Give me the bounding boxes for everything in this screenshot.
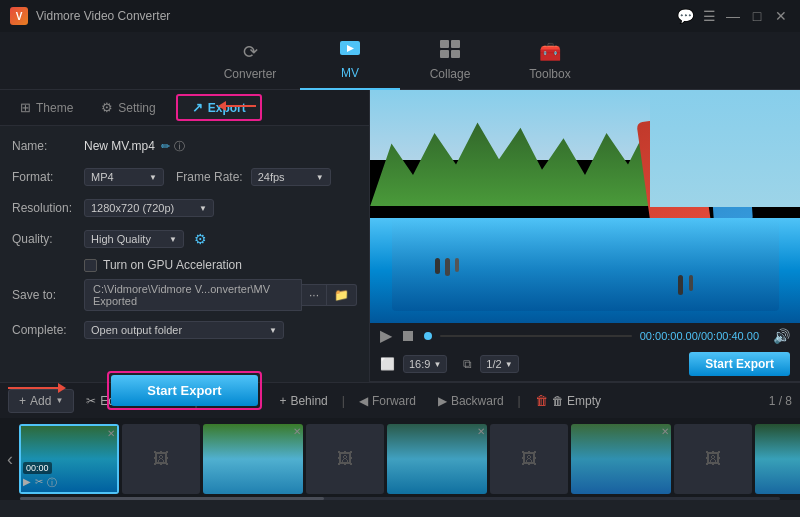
film-clip-2[interactable]: ✕ (203, 424, 303, 494)
titlebar-controls: 💬 ☰ — □ ✕ (676, 7, 790, 25)
form-area: Name: New MV.mp4 ✏ ⓘ Format: MP4 ▼ Frame… (0, 126, 369, 357)
titlebar-left: V Vidmore Video Converter (10, 7, 170, 25)
film-clip-4[interactable]: ✕ (571, 424, 671, 494)
save-path-value: C:\Vidmore\Vidmore V...onverter\MV Expor… (84, 279, 302, 311)
titlebar: V Vidmore Video Converter 💬 ☰ — □ ✕ (0, 0, 800, 32)
start-export-button[interactable]: Start Export (111, 375, 257, 406)
quality-select[interactable]: High Quality ▼ (84, 230, 184, 248)
quality-settings-icon[interactable]: ⚙ (194, 231, 207, 247)
zoom-select[interactable]: 1/2 ▼ (480, 355, 518, 373)
name-value: New MV.mp4 (84, 139, 155, 153)
format-row: Format: MP4 ▼ Frame Rate: 24fps ▼ (12, 165, 357, 189)
film-clip-3[interactable]: ✕ (387, 424, 487, 494)
right-panel: ▶ ⏹ 00:00:00.00/00:00:40.00 🔊 ⬜ 16:9 ▼ ⧉… (370, 90, 800, 382)
clip-close-icon-3[interactable]: ✕ (477, 426, 485, 437)
menu-button[interactable]: ☰ (700, 7, 718, 25)
sky-right (650, 90, 801, 207)
converter-icon: ⟳ (243, 41, 258, 63)
playback-row2: ⬜ 16:9 ▼ ⧉ 1/2 ▼ Start Export (370, 349, 800, 382)
filmstrip-scrollbar[interactable] (20, 497, 780, 500)
filmstrip-prev[interactable]: ‹ (4, 449, 16, 470)
toolbar-divider3: | (518, 394, 521, 408)
clip-close-icon-4[interactable]: ✕ (661, 426, 669, 437)
quality-chevron-icon: ▼ (169, 235, 177, 244)
resolution-select[interactable]: 1280x720 (720p) ▼ (84, 199, 214, 217)
maximize-button[interactable]: □ (748, 7, 766, 25)
clip-cut-icon: ✂ (35, 476, 43, 490)
volume-icon[interactable]: 🔊 (773, 328, 790, 344)
person4 (678, 275, 683, 295)
film-clip-placeholder-2[interactable]: 🖼 (306, 424, 384, 494)
name-row: Name: New MV.mp4 ✏ ⓘ (12, 134, 357, 158)
sub-tabs: ⊞ Theme ⚙ Setting ↗ Export (0, 90, 369, 126)
play-button[interactable]: ▶ (380, 328, 392, 344)
people-area2 (678, 275, 693, 295)
trash-icon: 🗑 (535, 393, 548, 408)
person3 (455, 258, 459, 272)
left-arrow-line (8, 387, 58, 389)
placeholder-icon-2: 🖼 (337, 450, 353, 468)
info-icon[interactable]: ⓘ (174, 139, 185, 154)
progress-dot[interactable] (424, 332, 432, 340)
empty-label: 🗑 Empty (552, 394, 601, 408)
preview-video (370, 90, 800, 323)
svg-rect-1 (440, 40, 449, 48)
mv-icon (340, 39, 360, 62)
message-button[interactable]: 💬 (676, 7, 694, 25)
sub-tab-setting[interactable]: ⚙ Setting (89, 96, 167, 119)
person1 (435, 258, 440, 274)
main-content: ⊞ Theme ⚙ Setting ↗ Export Name: New MV.… (0, 90, 800, 382)
backward-arrow-icon: ▶ (438, 394, 447, 408)
ratio-icon: ⬜ (380, 357, 395, 371)
left-arrow-head (58, 383, 66, 393)
film-clip-placeholder-1[interactable]: 🖼 (122, 424, 200, 494)
right-start-export-button[interactable]: Start Export (689, 352, 790, 376)
film-clip-placeholder-3[interactable]: 🖼 (490, 424, 568, 494)
collage-icon (440, 40, 460, 63)
gpu-checkbox[interactable] (84, 259, 97, 272)
progress-bar-track[interactable] (440, 335, 632, 337)
clip-close-icon-1[interactable]: ✕ (107, 428, 115, 439)
svg-rect-3 (440, 50, 449, 58)
nav-tabs: ⟳ Converter MV Collage 🧰 Toolbox (0, 32, 800, 90)
clip-thumbnail-3 (387, 424, 487, 494)
stop-button[interactable]: ⏹ (400, 328, 416, 344)
clip-info-icon: ⓘ (47, 476, 57, 490)
empty-button[interactable]: 🗑 🗑 Empty (525, 389, 611, 412)
backward-button[interactable]: ▶ Backward (428, 390, 514, 412)
placeholder-icon-1: 🖼 (153, 450, 169, 468)
placeholder-icon-4: 🖼 (705, 450, 721, 468)
minimize-button[interactable]: — (724, 7, 742, 25)
backward-label: Backward (451, 394, 504, 408)
framerate-select[interactable]: 24fps ▼ (251, 168, 331, 186)
complete-select[interactable]: Open output folder ▼ (84, 321, 284, 339)
film-clip-5[interactable]: ✕ (755, 424, 800, 494)
left-panel: ⊞ Theme ⚙ Setting ↗ Export Name: New MV.… (0, 90, 370, 382)
tab-mv[interactable]: MV (300, 32, 400, 90)
sub-tab-theme[interactable]: ⊞ Theme (8, 96, 85, 119)
complete-chevron-icon: ▼ (269, 326, 277, 335)
edit-name-icon[interactable]: ✏ (161, 140, 170, 153)
clip-close-icon-2[interactable]: ✕ (293, 426, 301, 437)
time-display: 00:00:00.00/00:00:40.00 (640, 330, 759, 342)
close-button[interactable]: ✕ (772, 7, 790, 25)
film-clip-1[interactable]: ✕ 00:00 ▶ ✂ ⓘ (19, 424, 119, 494)
browse-dots-button[interactable]: ··· (302, 284, 327, 306)
open-folder-button[interactable]: 📁 (327, 284, 357, 306)
resolution-row: Resolution: 1280x720 (720p) ▼ (12, 196, 357, 220)
clip-thumbnail-5 (755, 424, 800, 494)
tab-collage[interactable]: Collage (400, 32, 500, 90)
person2 (445, 258, 450, 276)
clip-thumbnail-2 (203, 424, 303, 494)
format-select[interactable]: MP4 ▼ (84, 168, 164, 186)
film-clip-placeholder-4[interactable]: 🖼 (674, 424, 752, 494)
export-arrow-annotation (218, 101, 256, 111)
app-icon: V (10, 7, 28, 25)
ratio-select[interactable]: 16:9 ▼ (403, 355, 447, 373)
svg-rect-2 (451, 40, 460, 48)
arrow-line (226, 105, 256, 107)
tab-toolbox[interactable]: 🧰 Toolbox (500, 32, 600, 90)
playback-controls: ▶ ⏹ 00:00:00.00/00:00:40.00 🔊 (370, 323, 800, 349)
setting-gear-icon: ⚙ (101, 100, 113, 115)
tab-converter[interactable]: ⟳ Converter (200, 32, 300, 90)
